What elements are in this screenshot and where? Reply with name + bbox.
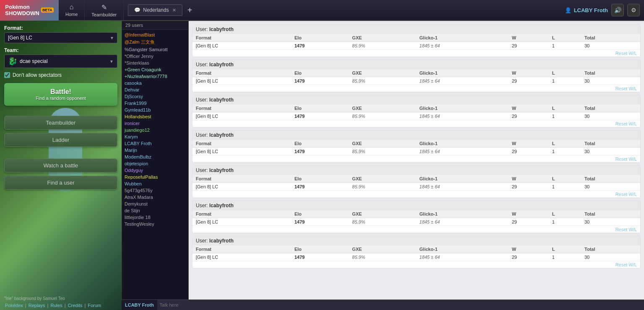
chat-user-item[interactable]: littlejordie 18 — [125, 214, 186, 221]
tab-nederlands[interactable]: 💬 Nederlands ✕ — [128, 4, 182, 16]
chat-user-item[interactable]: objetespion — [125, 160, 186, 167]
teambuilder-secondary-button[interactable]: Teambuilder — [4, 116, 117, 130]
stats-cell: 1845 ± 64 — [416, 148, 508, 156]
stats-col-header: Total — [581, 175, 640, 183]
table-row: [Gen 8] LC147985.9%1845 ± 6429130 — [192, 112, 640, 120]
chat-user-item[interactable]: Demykunst — [125, 201, 186, 207]
chat-user-item[interactable]: Wubben — [125, 180, 186, 187]
logo[interactable]: PokémonSHOWDOWN BETA — [0, 0, 59, 21]
home-button[interactable]: ⌂ Home — [59, 0, 85, 21]
chat-user-item[interactable]: *Sinterklaas — [125, 60, 186, 66]
chat-user-item[interactable]: Dehvar — [125, 86, 186, 93]
stats-cell: [Gen 8] LC — [192, 77, 291, 85]
find-user-button[interactable]: Find a user — [4, 176, 117, 190]
reset-wl-link[interactable]: Reset W/L — [615, 192, 637, 197]
chat-user-item[interactable]: Oddyguy — [125, 167, 186, 174]
reset-wl-link[interactable]: Reset W/L — [615, 227, 637, 232]
stats-col-header: Glicko-1 — [416, 245, 508, 253]
footer-links: Pokédex | Replays | Rules | Credits | Fo… — [4, 303, 102, 308]
replays-link[interactable]: Replays — [29, 303, 45, 308]
chat-user-item[interactable]: juandiego12 — [125, 127, 186, 133]
tab-label: Nederlands — [143, 7, 169, 13]
rules-link[interactable]: Rules — [51, 303, 62, 308]
stats-cell: 85.9% — [349, 112, 416, 120]
tab-close-button[interactable]: ✕ — [172, 8, 176, 13]
stats-col-header: GXE — [349, 34, 416, 42]
chat-user-item[interactable]: Gymlead11b — [125, 107, 186, 113]
reset-wl-row: Reset W/L — [192, 261, 640, 268]
chat-user-item[interactable]: *Officer Jenny — [125, 53, 186, 60]
stats-col-header: W — [509, 104, 549, 112]
ladder-button[interactable]: Ladder — [4, 133, 117, 147]
reset-wl-row: Reset W/L — [192, 226, 640, 233]
teambuilder-button[interactable]: ✎ Teambuilder — [85, 0, 124, 21]
table-row: [Gen 8] LC147985.9%1845 ± 6429130 — [192, 42, 640, 50]
credits-link[interactable]: Credits — [68, 303, 83, 308]
stats-cell: 29 — [509, 218, 549, 226]
home-label: Home — [65, 12, 78, 17]
chat-user-item[interactable]: AtraX Madara — [125, 194, 186, 201]
chat-input[interactable] — [157, 300, 644, 310]
pokedex-link[interactable]: Pokédex — [5, 303, 23, 308]
reset-wl-row: Reset W/L — [192, 85, 640, 92]
chat-user-item[interactable]: DjScorsy — [125, 93, 186, 100]
stats-table: FormatEloGXEGlicko-1WLTotal[Gen 8] LC147… — [192, 34, 640, 50]
stats-col-header: W — [509, 69, 549, 77]
stats-card: User: lcabyfrothFormatEloGXEGlicko-1WLTo… — [192, 165, 641, 198]
stats-col-header: Total — [581, 104, 640, 112]
reset-wl-link[interactable]: Reset W/L — [615, 156, 637, 162]
chat-user-item[interactable]: ReposefulPallas — [125, 174, 186, 180]
chat-user-item[interactable]: Hollandsbest — [125, 113, 186, 120]
chat-user-item[interactable]: TestingWesley — [125, 221, 186, 227]
chat-user-item[interactable]: ironicer — [125, 120, 186, 127]
chat-user-item[interactable]: de Stijn — [125, 207, 186, 214]
team-select[interactable]: 🐉 dcae special ▼ — [4, 55, 117, 68]
chat-user-item[interactable]: @Zalm 三文鱼 — [125, 38, 186, 46]
stats-col-header: Glicko-1 — [416, 69, 508, 77]
chat-user-item[interactable]: 5g473g4576y — [125, 187, 186, 194]
reset-wl-link[interactable]: Reset W/L — [615, 121, 637, 126]
reset-wl-link[interactable]: Reset W/L — [615, 51, 637, 56]
stats-cell: [Gen 8] LC — [192, 112, 291, 120]
stats-cell: 30 — [581, 77, 640, 85]
chat-user-item[interactable]: ModemBulbz — [125, 154, 186, 160]
chat-user-item[interactable]: @InfernalBlast — [125, 31, 186, 38]
stats-col-header: W — [509, 210, 549, 218]
chat-user-item[interactable]: LCABY Froth — [125, 140, 186, 147]
chat-user-item[interactable]: +Green Croagunk — [125, 66, 186, 73]
stats-username: lcabyfroth — [209, 62, 234, 68]
stats-cell: 30 — [581, 183, 640, 191]
reset-wl-link[interactable]: Reset W/L — [615, 86, 637, 91]
watch-battle-button[interactable]: Watch a battle — [4, 159, 117, 172]
stats-cell: 1 — [549, 218, 581, 226]
stats-username: lcabyfroth — [209, 26, 234, 32]
stats-col-header: L — [549, 140, 581, 148]
stats-card: User: lcabyfrothFormatEloGXEGlicko-1WLTo… — [192, 201, 641, 233]
table-row: [Gen 8] LC147985.9%1845 ± 6429130 — [192, 183, 640, 191]
stats-cell: 1 — [549, 112, 581, 120]
settings-button[interactable]: ⚙ — [627, 4, 640, 16]
spectators-checkbox[interactable] — [4, 72, 10, 78]
chat-user-item[interactable]: casooka — [125, 80, 186, 86]
format-select[interactable]: [Gen 8] LC — [4, 32, 117, 43]
reset-wl-link[interactable]: Reset W/L — [615, 262, 637, 267]
stats-card: User: lcabyfrothFormatEloGXEGlicko-1WLTo… — [192, 95, 641, 128]
sound-button[interactable]: 🔊 — [611, 4, 624, 16]
battle-button[interactable]: Battle! Find a random opponent — [4, 83, 117, 106]
chat-user-item[interactable]: Marijn — [125, 147, 186, 154]
stats-cell: 1479 — [291, 77, 349, 85]
stats-col-header: Format — [192, 245, 291, 253]
teambuilder-label: Teambuilder — [91, 12, 117, 17]
chat-user-item[interactable]: %Gangster Samurott — [125, 46, 186, 53]
forum-link[interactable]: Forum — [88, 303, 101, 308]
chat-user-item[interactable]: +Nuzleafwarrior7778 — [125, 73, 186, 80]
stats-col-header: GXE — [349, 175, 416, 183]
stats-cell: 1 — [549, 183, 581, 191]
new-tab-button[interactable]: + — [183, 5, 197, 15]
left-panel: Format: [Gen 8] LC Team: 🐉 dcae special … — [0, 21, 122, 310]
table-row: [Gen 8] LC147985.9%1845 ± 6429130 — [192, 218, 640, 226]
stats-cell: 85.9% — [349, 183, 416, 191]
format-label: Format: — [4, 25, 117, 31]
chat-user-item[interactable]: Frank1999 — [125, 100, 186, 107]
chat-user-item[interactable]: Karym — [125, 133, 186, 140]
